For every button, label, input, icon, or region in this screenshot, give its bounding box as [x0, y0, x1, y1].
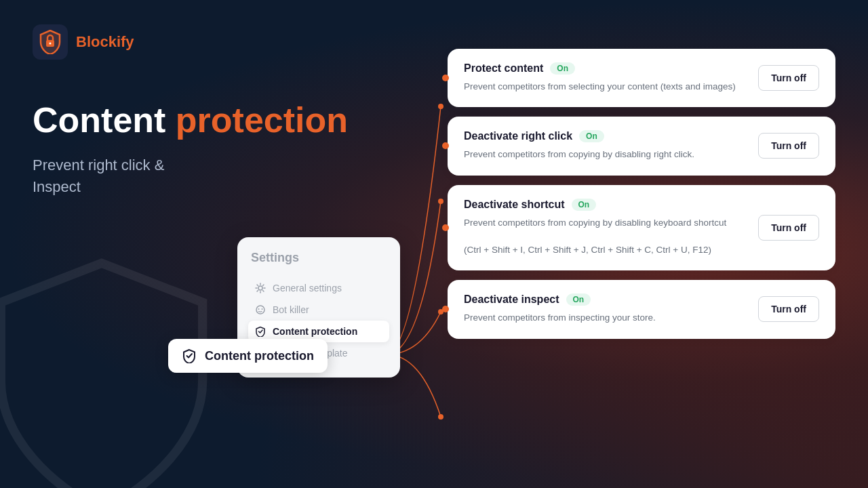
svg-point-2	[258, 286, 262, 290]
settings-item-general[interactable]: General settings	[248, 277, 389, 299]
card-protect-content: Protect content On Prevent competitors f…	[448, 49, 835, 107]
logo-row: Blockify	[33, 24, 401, 60]
app-name: Blockify	[76, 33, 134, 51]
headline-accent: protection	[176, 100, 348, 140]
card-left-4: Deactivate inspect On Prevent competitor…	[464, 293, 747, 325]
shield-active-icon	[255, 326, 266, 337]
main-layout: Blockify Content protection Prevent righ…	[0, 0, 868, 488]
badge-on-4: On	[566, 293, 591, 306]
card-deactivate-shortcut: Deactivate shortcut On Prevent competito…	[448, 185, 835, 271]
bot-icon	[255, 304, 266, 315]
card-left-1: Protect content On Prevent competitors f…	[464, 62, 747, 94]
right-panel: Protect content On Prevent competitors f…	[434, 0, 868, 488]
gear-icon	[255, 283, 266, 293]
badge-on-2: On	[579, 130, 604, 142]
turn-off-btn-3[interactable]: Turn off	[758, 215, 819, 241]
logo-icon	[33, 24, 68, 60]
card-title-1: Protect content	[464, 62, 543, 75]
settings-item-content-label: Content protection	[273, 326, 357, 337]
settings-item-bot[interactable]: Bot killer	[248, 299, 389, 321]
content-protection-pill: Content protection	[168, 339, 328, 373]
settings-item-bot-label: Bot killer	[273, 304, 309, 315]
pill-shield-icon	[182, 348, 197, 363]
card-left-3: Deactivate shortcut On Prevent competito…	[464, 199, 747, 258]
headline-plain: Content	[33, 100, 176, 140]
card-title-row-4: Deactivate inspect On	[464, 293, 747, 306]
card-desc-3: Prevent competitors from copying by disa…	[464, 216, 747, 258]
turn-off-btn-4[interactable]: Turn off	[758, 296, 819, 322]
badge-on-1: On	[550, 62, 575, 75]
card-dot-1	[442, 75, 449, 81]
turn-off-btn-2[interactable]: Turn off	[758, 133, 819, 159]
card-title-row-2: Deactivate right click On	[464, 130, 747, 142]
card-desc-1: Prevent competitors from selecting your …	[464, 80, 747, 94]
svg-point-4	[258, 308, 260, 310]
settings-title: Settings	[248, 251, 389, 265]
pill-label: Content protection	[205, 349, 314, 363]
card-deactivate-right-click: Deactivate right click On Prevent compet…	[448, 117, 835, 175]
card-desc-2: Prevent competitors from copying by disa…	[464, 148, 747, 161]
svg-point-1	[50, 43, 52, 45]
card-title-2: Deactivate right click	[464, 130, 572, 142]
settings-item-general-label: General settings	[273, 283, 342, 293]
badge-on-3: On	[572, 199, 597, 211]
svg-point-3	[256, 306, 264, 314]
card-dot-4	[442, 306, 449, 312]
card-title-row-1: Protect content On	[464, 62, 747, 75]
card-title-row-3: Deactivate shortcut On	[464, 199, 747, 211]
turn-off-btn-1[interactable]: Turn off	[758, 65, 819, 91]
card-dot-2	[442, 142, 449, 149]
card-title-4: Deactivate inspect	[464, 293, 559, 306]
card-dot-3	[442, 224, 449, 231]
subheadline: Prevent right click & Inspect	[33, 155, 401, 198]
card-left-2: Deactivate right click On Prevent compet…	[464, 130, 747, 161]
card-deactivate-inspect: Deactivate inspect On Prevent competitor…	[448, 280, 835, 338]
headline: Content protection	[33, 100, 401, 141]
card-title-3: Deactivate shortcut	[464, 199, 565, 211]
svg-point-5	[262, 308, 263, 310]
card-desc-4: Prevent competitors from inspecting your…	[464, 311, 747, 325]
